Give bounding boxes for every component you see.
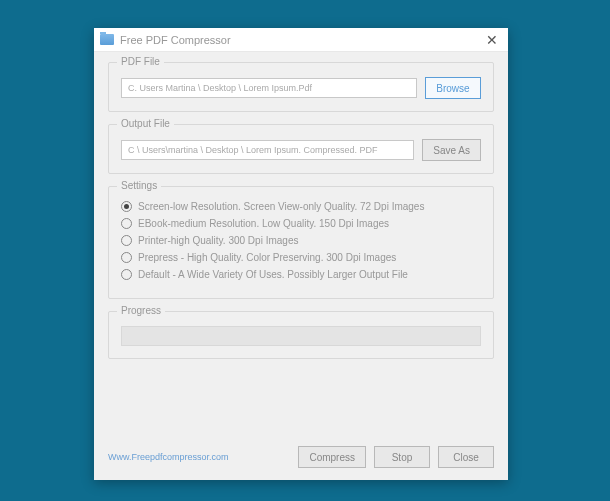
setting-option-4[interactable]: Default - A Wide Variety Of Uses. Possib…: [121, 269, 481, 280]
website-link[interactable]: Www.Freepdfcompressor.com: [108, 452, 290, 462]
setting-label: Default - A Wide Variety Of Uses. Possib…: [138, 269, 408, 280]
window-body: PDF File Browse Output File Save As Sett…: [94, 52, 508, 381]
radio-icon[interactable]: [121, 201, 132, 212]
setting-option-2[interactable]: Printer-high Quality. 300 Dpi Images: [121, 235, 481, 246]
progress-legend: Progress: [117, 305, 165, 316]
radio-icon[interactable]: [121, 218, 132, 229]
pdf-file-group: PDF File Browse: [108, 62, 494, 112]
folder-icon: [100, 34, 114, 45]
app-window: Free PDF Compressor ✕ PDF File Browse Ou…: [94, 28, 508, 480]
pdf-file-legend: PDF File: [117, 56, 164, 67]
setting-option-3[interactable]: Prepress - High Quality. Color Preservin…: [121, 252, 481, 263]
setting-label: Screen-low Resolution. Screen View-only …: [138, 201, 424, 212]
output-file-legend: Output File: [117, 118, 174, 129]
compress-button[interactable]: Compress: [298, 446, 366, 468]
close-button[interactable]: Close: [438, 446, 494, 468]
footer: Www.Freepdfcompressor.com Compress Stop …: [108, 446, 494, 468]
radio-icon[interactable]: [121, 269, 132, 280]
pdf-file-input[interactable]: [121, 78, 417, 98]
browse-button[interactable]: Browse: [425, 77, 481, 99]
settings-group: Settings Screen-low Resolution. Screen V…: [108, 186, 494, 299]
close-icon[interactable]: ✕: [482, 32, 502, 48]
progress-bar: [121, 326, 481, 346]
settings-legend: Settings: [117, 180, 161, 191]
output-file-group: Output File Save As: [108, 124, 494, 174]
setting-option-0[interactable]: Screen-low Resolution. Screen View-only …: [121, 201, 481, 212]
save-as-button[interactable]: Save As: [422, 139, 481, 161]
progress-group: Progress: [108, 311, 494, 359]
stop-button[interactable]: Stop: [374, 446, 430, 468]
setting-label: EBook-medium Resolution. Low Quality. 15…: [138, 218, 389, 229]
window-title: Free PDF Compressor: [120, 34, 482, 46]
radio-icon[interactable]: [121, 235, 132, 246]
titlebar: Free PDF Compressor ✕: [94, 28, 508, 52]
radio-icon[interactable]: [121, 252, 132, 263]
setting-option-1[interactable]: EBook-medium Resolution. Low Quality. 15…: [121, 218, 481, 229]
setting-label: Printer-high Quality. 300 Dpi Images: [138, 235, 298, 246]
output-file-input[interactable]: [121, 140, 414, 160]
setting-label: Prepress - High Quality. Color Preservin…: [138, 252, 396, 263]
